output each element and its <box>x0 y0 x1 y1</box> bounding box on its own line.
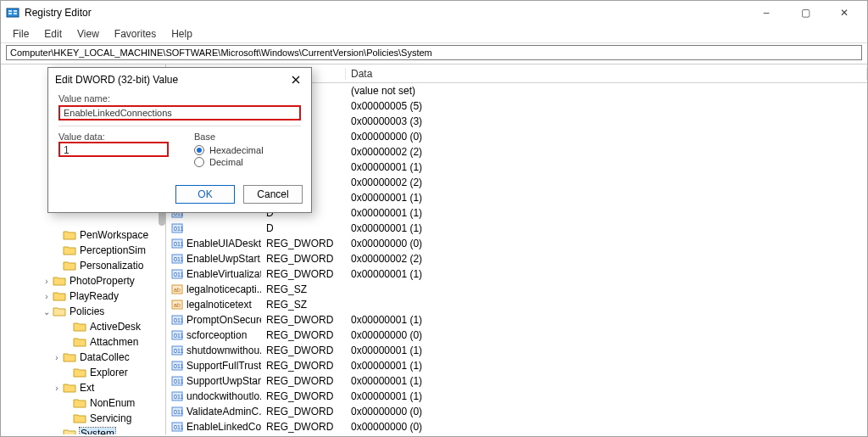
tree-item[interactable]: ›Ext <box>1 380 165 395</box>
tree-item[interactable]: Explorer <box>1 365 165 380</box>
tree-item[interactable]: Servicing <box>1 411 165 426</box>
address-input[interactable]: Computer\HKEY_LOCAL_MACHINE\SOFTWARE\Mic… <box>6 45 862 60</box>
svg-text:ab: ab <box>174 302 181 308</box>
expander-icon[interactable]: › <box>42 277 52 286</box>
tree-item-label: Servicing <box>90 412 131 424</box>
tree-item-label: Explorer <box>90 367 128 378</box>
dword-value-icon: 011 <box>171 375 183 387</box>
dword-value-icon: 011 <box>171 253 183 265</box>
expander-icon[interactable]: › <box>52 384 62 393</box>
svg-text:011: 011 <box>174 409 183 415</box>
value-type: REG_DWORD <box>261 329 346 341</box>
list-row[interactable]: ablegalnoticetextREG_SZ <box>166 297 867 312</box>
tree-item-label: PhotoProperty <box>70 275 135 287</box>
value-data: 0x00000000 (0) <box>346 131 867 143</box>
value-name: SupportUwpStar... <box>186 375 261 387</box>
value-name: shutdownwithou... <box>186 345 261 356</box>
menubar: FileEditViewFavoritesHelp <box>1 25 867 43</box>
list-row[interactable]: 011PromptOnSecure...REG_DWORD0x00000001 … <box>166 312 867 328</box>
list-row[interactable]: 011EnableUIADeskt...REG_DWORD0x00000000 … <box>166 236 867 251</box>
tree-item[interactable]: ›DataCollec <box>1 350 165 365</box>
expander-icon[interactable]: ⌄ <box>42 307 52 317</box>
list-row[interactable]: 011D0x00000001 (1) <box>166 221 867 236</box>
tree-item-label: PenWorkspace <box>80 229 148 241</box>
menu-favorites[interactable]: Favorites <box>108 26 163 42</box>
value-type: REG_DWORD <box>261 253 346 265</box>
value-type: REG_SZ <box>261 299 346 311</box>
value-data: 0x00000001 (1) <box>346 161 867 173</box>
tree-item[interactable]: Personalizatio <box>1 258 165 273</box>
edit-dword-dialog: Edit DWORD (32-bit) Value Value name: En… <box>47 67 312 213</box>
value-type: REG_DWORD <box>261 345 346 356</box>
tree-item[interactable]: Attachmen <box>1 334 165 350</box>
list-row[interactable]: 011SupportUwpStar...REG_DWORD0x00000001 … <box>166 373 867 389</box>
value-data: 0x00000000 (0) <box>346 329 867 341</box>
svg-text:011: 011 <box>174 241 183 247</box>
close-button[interactable]: ✕ <box>825 1 864 25</box>
value-data: 0x00000005 (5) <box>346 100 867 112</box>
svg-text:011: 011 <box>174 363 183 369</box>
tree-item[interactable]: ⌄Policies <box>1 304 165 319</box>
folder-icon <box>53 275 66 287</box>
tree-item[interactable]: PerceptionSim <box>1 243 165 258</box>
menu-edit[interactable]: Edit <box>37 26 69 42</box>
list-row[interactable]: 011SupportFullTrust...REG_DWORD0x0000000… <box>166 358 867 373</box>
list-row[interactable]: 011scforceoptionREG_DWORD0x00000000 (0) <box>166 328 867 343</box>
value-data: 0x00000001 (1) <box>346 268 867 280</box>
tree-item-label: Ext <box>80 382 94 394</box>
list-row[interactable]: 011shutdownwithou...REG_DWORD0x00000001 … <box>166 343 867 358</box>
value-name-field[interactable]: EnableLinkedConnections <box>58 105 301 120</box>
tree-item[interactable]: ActiveDesk <box>1 319 165 334</box>
list-row[interactable]: 011EnableLinkedCo...REG_DWORD0x00000000 … <box>166 419 867 434</box>
tree-item[interactable]: ›PlayReady <box>1 289 165 304</box>
value-data: 0x00000002 (2) <box>346 253 867 265</box>
folder-icon <box>73 397 86 409</box>
radio-decimal[interactable]: Decimal <box>194 157 301 167</box>
expander-icon[interactable]: ⌄ <box>52 429 62 435</box>
value-type: REG_DWORD <box>261 406 346 417</box>
value-data: (value not set) <box>346 85 867 97</box>
value-type: D <box>261 222 346 234</box>
minimize-button[interactable]: – <box>747 1 786 25</box>
expander-icon[interactable]: › <box>52 353 62 362</box>
expander-icon[interactable]: › <box>42 292 52 301</box>
list-row[interactable]: 011EnableUwpStart...REG_DWORD0x00000002 … <box>166 251 867 266</box>
dword-value-icon: 011 <box>171 390 183 402</box>
dword-value-icon: 011 <box>171 421 183 433</box>
svg-text:011: 011 <box>174 348 183 354</box>
menu-file[interactable]: File <box>6 26 36 42</box>
list-row[interactable]: 011undockwithoutlo...REG_DWORD0x00000001… <box>166 389 867 404</box>
tree-item[interactable]: ⌄System <box>1 426 165 434</box>
ok-button[interactable]: OK <box>175 185 235 204</box>
tree-item[interactable]: NonEnum <box>1 395 165 411</box>
cancel-button[interactable]: Cancel <box>243 185 303 204</box>
column-header-data[interactable]: Data <box>346 68 867 80</box>
radio-icon <box>194 157 204 167</box>
svg-text:011: 011 <box>174 394 183 400</box>
tree-item[interactable]: ›PhotoProperty <box>1 273 165 289</box>
radio-hexadecimal[interactable]: Hexadecimal <box>194 145 301 155</box>
value-data-label: Value data: <box>58 132 169 142</box>
list-row[interactable]: ablegalnoticecapti...REG_SZ <box>166 282 867 297</box>
dialog-close-button[interactable] <box>287 71 304 88</box>
tree-item[interactable]: PenWorkspace <box>1 227 165 243</box>
dword-value-icon: 011 <box>171 406 183 417</box>
value-data: 0x00000000 (0) <box>346 406 867 417</box>
tree-item-label: Policies <box>70 305 104 317</box>
value-data: 0x00000001 (1) <box>346 314 867 326</box>
tree-item-label: Personalizatio <box>80 260 143 272</box>
menu-view[interactable]: View <box>70 26 106 42</box>
svg-text:011: 011 <box>174 424 183 430</box>
value-name: scforceoption <box>186 329 247 341</box>
list-row[interactable]: 011EnableVirtualizat...REG_DWORD0x000000… <box>166 266 867 282</box>
value-data-field[interactable]: 1 <box>58 142 169 157</box>
value-name: ValidateAdminC... <box>186 406 261 417</box>
value-data: 0x00000000 (0) <box>346 238 867 249</box>
value-data: 0x00000003 (3) <box>346 115 867 127</box>
menu-help[interactable]: Help <box>164 26 199 42</box>
maximize-button[interactable]: ▢ <box>786 1 825 25</box>
list-row[interactable]: 011ValidateAdminC...REG_DWORD0x00000000 … <box>166 404 867 419</box>
value-type: REG_DWORD <box>261 268 346 280</box>
dialog-titlebar: Edit DWORD (32-bit) Value <box>48 68 311 92</box>
value-name: legalnoticecapti... <box>186 283 261 295</box>
